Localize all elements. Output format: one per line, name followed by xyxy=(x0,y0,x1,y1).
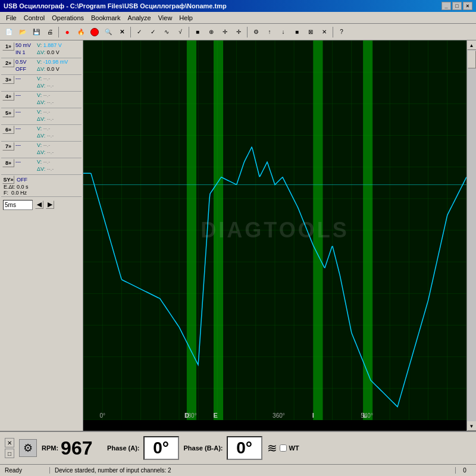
bottom-icon-1[interactable]: ✕ xyxy=(5,438,14,447)
phase-b-section: Phase (B-A): 0° xyxy=(184,436,262,460)
toolbar-sep-1 xyxy=(58,27,59,37)
menu-file[interactable]: File xyxy=(2,14,20,22)
scroll-down-arrow[interactable]: ▼ xyxy=(467,421,477,431)
maximize-button[interactable]: □ xyxy=(452,2,462,10)
phase-a-label: Phase (A): xyxy=(107,444,139,452)
scroll-up-arrow[interactable]: ▲ xyxy=(467,40,477,50)
ch3-button[interactable]: 3» xyxy=(2,76,14,84)
status-ready: Ready xyxy=(2,467,50,474)
tb-x2[interactable]: ⊠ xyxy=(304,26,317,39)
tb-check1[interactable]: ✓ xyxy=(133,26,146,39)
tb-close[interactable]: ✕ xyxy=(318,26,331,39)
tb-down[interactable]: ↓ xyxy=(277,26,290,39)
minimize-button[interactable]: _ xyxy=(441,2,451,10)
title-bar: USB Осциллограф - C:\Program Files\USB О… xyxy=(0,0,476,12)
tb-blk[interactable]: ■ xyxy=(290,26,303,39)
status-count: 0 xyxy=(456,467,474,474)
tb-wave[interactable]: ∿ xyxy=(160,26,173,39)
osc-area: DIAGTOOLS xyxy=(83,40,466,431)
main-content: 1» 50 mVIN 1 V: 1.887 V ΔV: 0.0 V 2» 0.5… xyxy=(0,40,476,431)
tb-flame[interactable]: 🔥 xyxy=(74,26,87,39)
wave-icon: ≋ xyxy=(267,441,277,455)
tb-grid[interactable]: ⊕ xyxy=(205,26,218,39)
channel-sidebar: 1» 50 mVIN 1 V: 1.887 V ΔV: 0.0 V 2» 0.5… xyxy=(0,40,83,431)
engine-icon-box[interactable]: ⚙ xyxy=(19,439,37,457)
tb-print[interactable]: 🖨 xyxy=(43,26,57,39)
channel-4-row: 4» --- V: --.- ΔV: --.- xyxy=(1,92,82,108)
close-button[interactable]: × xyxy=(463,2,472,10)
sync-button[interactable]: SY» xyxy=(2,176,14,184)
wt-label: WT xyxy=(289,444,299,452)
ch5-button[interactable]: 5» xyxy=(2,109,14,117)
channel-5-row: 5» --- V: --.- ΔV: --.- xyxy=(1,108,82,125)
tb-up[interactable]: ↑ xyxy=(263,26,276,39)
ch7-button[interactable]: 7» xyxy=(2,142,14,151)
status-bar: Ready Device starded, number of input ch… xyxy=(0,464,476,476)
menu-analyze[interactable]: Analyze xyxy=(124,14,155,22)
oscilloscope-canvas xyxy=(83,40,466,420)
timebase-dec-button[interactable]: ◀ xyxy=(35,201,43,209)
ch4-button[interactable]: 4» xyxy=(2,92,14,101)
record-icon xyxy=(90,28,99,36)
channel-3-row: 3» --- V: --.- ΔV: --.- xyxy=(1,75,82,92)
tb-save[interactable]: 💾 xyxy=(30,26,43,39)
tb-help[interactable]: ? xyxy=(335,26,348,39)
scroll-thumb[interactable] xyxy=(468,51,476,68)
tb-square[interactable]: ■ xyxy=(191,26,204,39)
menu-bookmark[interactable]: Bookmark xyxy=(87,14,124,22)
timebase-inc-button[interactable]: ▶ xyxy=(46,201,54,209)
ch2-values: V: -10.98 mV ΔV: 0.0 V xyxy=(37,59,68,73)
x-axis-labels xyxy=(83,420,466,431)
wt-checkbox[interactable] xyxy=(280,444,287,452)
status-message: Device starded, number of input channels… xyxy=(50,467,456,474)
tb-new[interactable]: 📄 xyxy=(2,26,15,39)
osc-screen: DIAGTOOLS xyxy=(83,40,466,420)
ch8-button[interactable]: 8» xyxy=(2,159,14,167)
ch1-button[interactable]: 1» xyxy=(2,42,14,51)
menu-bar: File Control Operations Bookmark Analyze… xyxy=(0,12,476,24)
toolbar-sep-4 xyxy=(247,27,248,37)
timebase-value: 5ms xyxy=(5,202,16,208)
tb-cross1[interactable]: ✛ xyxy=(218,26,231,39)
ch1-setting: 50 mVIN 1 xyxy=(14,42,37,56)
channel-6-row: 6» --- V: --.- ΔV: --.- xyxy=(1,125,82,142)
menu-operations[interactable]: Operations xyxy=(48,14,87,22)
menu-control[interactable]: Control xyxy=(20,14,48,22)
menu-view[interactable]: View xyxy=(155,14,176,22)
title-bar-buttons: _ □ × xyxy=(441,2,472,10)
rpm-value: 967 xyxy=(61,437,102,459)
channel-1-row: 1» 50 mVIN 1 V: 1.887 V ΔV: 0.0 V xyxy=(1,42,82,58)
tb-cfg[interactable]: ⚙ xyxy=(249,26,262,39)
tb-open[interactable]: 📂 xyxy=(16,26,29,39)
channel-7-row: 7» --- V: --.- ΔV: --.- xyxy=(1,142,82,158)
toolbar-sep-3 xyxy=(189,27,189,37)
bottom-panel: ✕ □ ⚙ RPM: 967 Phase (A): 0° Phase (B-A)… xyxy=(0,431,476,464)
tb-cross2[interactable]: ✛ xyxy=(232,26,245,39)
tb-x[interactable]: ✕ xyxy=(115,26,129,39)
tb-record[interactable] xyxy=(88,26,101,39)
tb-check2[interactable]: ✓ xyxy=(146,26,159,39)
channel-2-row: 2» 0.5VOFF V: -10.98 mV ΔV: 0.0 V xyxy=(1,58,82,75)
bottom-left-icons: ✕ □ xyxy=(5,438,14,458)
tb-search[interactable]: 🔍 xyxy=(102,26,115,39)
scroll-track xyxy=(467,50,477,421)
ch2-button[interactable]: 2» xyxy=(2,59,14,67)
menu-help[interactable]: Help xyxy=(176,14,196,22)
tb-power[interactable]: ● xyxy=(61,26,74,39)
wt-section: ≋ WT xyxy=(267,441,299,455)
phase-a-value: 0° xyxy=(143,436,179,460)
ch6-button[interactable]: 6» xyxy=(2,126,14,134)
toolbar-sep-2 xyxy=(130,27,131,37)
tb-sqrt[interactable]: √ xyxy=(174,26,187,39)
ch1-values: V: 1.887 V ΔV: 0.0 V xyxy=(37,42,62,56)
title-text: USB Осциллограф - C:\Program Files\USB О… xyxy=(4,2,227,10)
bottom-icon-2[interactable]: □ xyxy=(5,449,14,458)
phase-b-label: Phase (B-A): xyxy=(184,444,223,452)
toolbar: 📄 📂 💾 🖨 ● 🔥 🔍 ✕ ✓ ✓ ∿ √ ■ ⊕ ✛ ✛ ⚙ ↑ ↓ ■ … xyxy=(0,24,476,40)
right-scrollbar: ▲ ▼ xyxy=(466,40,476,431)
phase-a-section: Phase (A): 0° xyxy=(107,436,178,460)
timebase-display: 5ms xyxy=(3,200,33,210)
ch2-setting: 0.5VOFF xyxy=(14,59,37,73)
rpm-label: RPM: xyxy=(42,444,58,452)
sync-row: SY» OFF E.Δt: 0.0 s F: 0.0 Hz xyxy=(1,175,82,197)
